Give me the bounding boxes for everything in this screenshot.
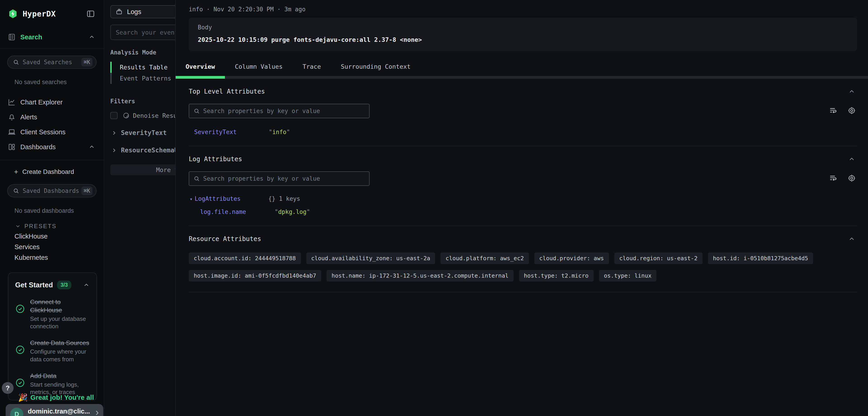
congrats-message: 🎉 Great job! You're all <box>18 393 99 402</box>
brand-title: HyperDX <box>23 9 56 18</box>
shortcut-badge: ⌘K <box>81 186 92 195</box>
search-icon <box>13 59 20 65</box>
attribute-value[interactable]: dpkg.log <box>278 208 307 215</box>
saved-searches-search[interactable]: ⌘K <box>7 56 96 69</box>
tab-trace[interactable]: Trace <box>292 60 331 79</box>
presets-toggle[interactable]: PRESETS <box>15 221 104 231</box>
preset-kubernetes[interactable]: Kubernetes <box>14 252 104 263</box>
resource-chip[interactable]: host.image.id: ami-0f5fcdfbd140e4ab7 <box>189 270 321 281</box>
denoise-checkbox[interactable] <box>110 112 118 119</box>
collapse-section-icon[interactable] <box>848 155 855 163</box>
resource-chip[interactable]: host.type: t2.micro <box>519 270 594 281</box>
chevron-right-icon: › <box>95 408 99 416</box>
resource-chip[interactable]: cloud.platform: aws_ec2 <box>440 252 529 264</box>
wrap-lines-icon[interactable] <box>829 107 837 116</box>
attribute-key[interactable]: LogAttributes <box>195 195 268 202</box>
sidebar-item-label: Chart Explorer <box>20 98 63 106</box>
collapse-sidebar-icon[interactable] <box>86 9 95 18</box>
denoise-icon <box>123 112 130 119</box>
preset-clickhouse[interactable]: ClickHouse <box>14 231 104 242</box>
attribute-value[interactable]: info <box>272 129 287 136</box>
settings-gear-icon[interactable] <box>848 174 856 183</box>
resource-chip[interactable]: cloud.availability_zone: us-east-2a <box>306 252 435 264</box>
sidebar-item-dashboards[interactable]: Dashboards <box>0 140 104 154</box>
shortcut-badge: ⌘K <box>81 58 92 66</box>
saved-dashboards-search[interactable]: ⌘K <box>7 184 96 197</box>
get-started-item[interactable]: Create Data Sources Configure where your… <box>15 339 90 363</box>
chevron-up-icon[interactable] <box>88 144 95 150</box>
user-name: dominic.tran@clic... <box>28 408 94 415</box>
settings-gear-icon[interactable] <box>848 107 856 116</box>
laptop-icon <box>8 128 20 136</box>
sidebar-item-search[interactable]: Search <box>0 31 104 43</box>
search-icon <box>193 108 200 114</box>
resource-chip[interactable]: cloud.account.id: 244449518788 <box>189 252 301 264</box>
user-account-card[interactable]: D dominic.tran@clic... dominic.tran@clic… <box>6 404 103 416</box>
get-started-item[interactable]: Connect to ClickHouse Set up your databa… <box>15 298 90 330</box>
attribute-meta: {} 1 keys <box>268 195 300 202</box>
sidebar-item-alerts[interactable]: Alerts <box>0 110 104 125</box>
section-resource-attributes: Resource Attributes cloud.account.id: 24… <box>189 226 857 292</box>
get-started-item-desc: Configure where your data comes from <box>30 348 90 363</box>
resource-chip[interactable]: os.type: linux <box>599 270 657 281</box>
get-started-item[interactable]: Add Data Start sending logs, metrics, or… <box>15 372 90 396</box>
resource-chip[interactable]: cloud.region: us-east-2 <box>614 252 703 264</box>
tree-caret-icon[interactable]: ▾ <box>190 196 195 202</box>
sidebar: HyperDX Search ⌘K No saved searches <box>0 0 104 416</box>
saved-dashboards-input[interactable] <box>23 187 81 194</box>
property-search-box[interactable] <box>189 171 370 186</box>
attribute-row[interactable]: SeverityText "info" <box>189 129 857 136</box>
property-search-input[interactable] <box>203 108 365 114</box>
tab-column-values[interactable]: Column Values <box>225 60 292 79</box>
create-dashboard-button[interactable]: + Create Dashboard <box>14 166 104 177</box>
saved-searches-input[interactable] <box>23 59 81 65</box>
attribute-key[interactable]: log.file.name <box>200 208 275 215</box>
resource-chip-row: host.image.id: ami-0f5fcdfbd140e4ab7 hos… <box>189 270 857 281</box>
congrats-text: Great job! You're all <box>30 394 94 401</box>
create-dashboard-label: Create Dashboard <box>22 168 74 175</box>
search-icon <box>13 187 20 194</box>
attribute-tree-root[interactable]: ▾ LogAttributes {} 1 keys <box>189 195 857 202</box>
sidebar-item-label: Search <box>20 33 42 41</box>
property-search-input[interactable] <box>203 175 365 182</box>
hyperdx-logo-icon <box>8 8 18 19</box>
chevron-up-icon[interactable] <box>88 34 95 40</box>
wrap-lines-icon[interactable] <box>829 174 837 183</box>
presets-label: PRESETS <box>24 223 57 230</box>
property-search-box[interactable] <box>189 104 370 118</box>
event-body-card: Body 2025-10-22 10:15:09 purge fonts-dej… <box>189 18 857 51</box>
search-doc-icon <box>8 33 20 41</box>
sidebar-item-client-sessions[interactable]: Client Sessions <box>0 125 104 140</box>
tab-overview[interactable]: Overview <box>176 60 225 79</box>
resource-chip[interactable]: cloud.provider: aws <box>534 252 609 264</box>
resource-chip[interactable]: host.name: ip-172-31-12-5.us-east-2.comp… <box>327 270 514 281</box>
attribute-key[interactable]: SeverityText <box>194 129 269 136</box>
source-select-label: Logs <box>127 8 141 16</box>
get-started-item-title: Add Data <box>30 372 90 380</box>
sidebar-nav-list: Chart Explorer Alerts Client Sessions Da… <box>0 95 104 154</box>
body-label: Body <box>198 24 848 31</box>
collapse-section-icon[interactable] <box>848 88 855 95</box>
event-detail-panel: info · Nov 20 2:20:30 PM · 3m ago Body 2… <box>175 0 868 416</box>
search-icon <box>193 175 200 182</box>
filter-group-label: SeverityText <box>121 129 166 137</box>
resource-chip[interactable]: host.id: i-0510b81275acbe4d5 <box>708 252 813 264</box>
get-started-title: Get Started <box>15 281 53 289</box>
section-log-attributes: Log Attributes <box>189 146 857 226</box>
sidebar-item-chart-explorer[interactable]: Chart Explorer <box>0 95 104 110</box>
attribute-row[interactable]: log.file.name "dpkg.log" <box>189 208 857 215</box>
logs-source-icon <box>115 8 123 16</box>
chevron-right-icon <box>111 130 117 136</box>
get-started-item-desc: Set up your database connection <box>30 315 90 330</box>
section-top-level-attributes: Top Level Attributes <box>189 79 857 146</box>
preset-services[interactable]: Services <box>14 242 104 252</box>
check-circle-icon <box>15 345 25 355</box>
help-button[interactable]: ? <box>2 382 13 394</box>
collapse-section-icon[interactable] <box>848 235 855 243</box>
tab-surrounding-context[interactable]: Surrounding Context <box>331 60 421 79</box>
sidebar-item-label: Client Sessions <box>20 128 66 136</box>
get-started-card: Get Started 3/3 Connect to ClickHouse Se… <box>8 272 97 400</box>
get-started-item-title: Connect to ClickHouse <box>30 298 90 314</box>
get-started-header[interactable]: Get Started 3/3 <box>15 280 90 289</box>
chevron-up-icon[interactable] <box>83 282 90 289</box>
